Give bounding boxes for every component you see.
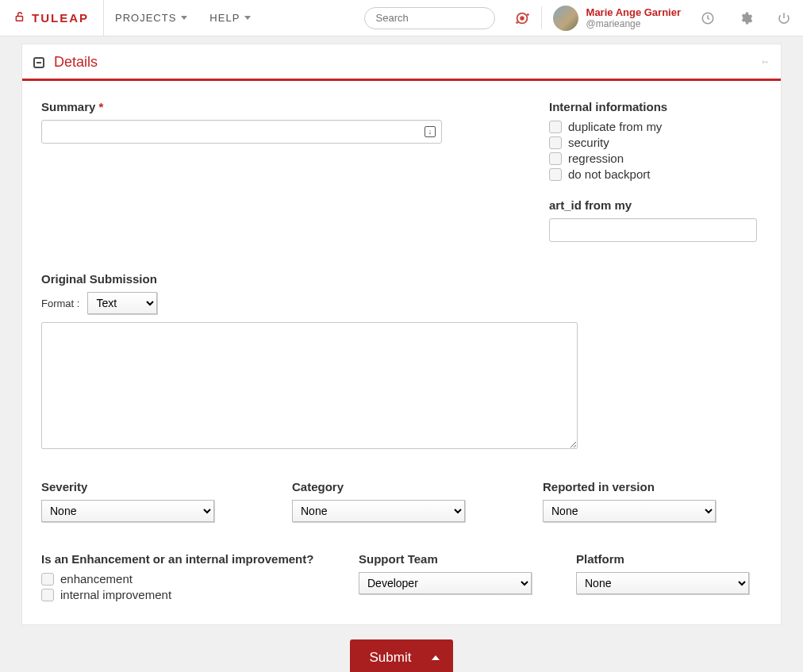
- original-submission-label: Original Submission: [41, 272, 762, 286]
- chk-enhancement[interactable]: enhancement: [41, 572, 327, 586]
- chk-label: security: [568, 136, 609, 149]
- svg-point-4: [516, 21, 518, 24]
- chk-duplicate[interactable]: duplicate from my: [549, 120, 762, 133]
- summary-input[interactable]: [41, 120, 442, 144]
- svg-point-3: [527, 13, 529, 16]
- checkbox-icon: [549, 136, 562, 149]
- nav-help-label: HELP: [209, 12, 240, 24]
- support-team-label: Support Team: [359, 552, 544, 566]
- summary-label: Summary*: [41, 100, 525, 113]
- chk-label: internal improvement: [60, 588, 171, 601]
- chk-label: do not backport: [568, 167, 650, 181]
- nav-projects[interactable]: PROJECTS: [104, 0, 198, 36]
- chk-internal-improvement[interactable]: internal improvement: [41, 588, 327, 601]
- chevron-down-icon: [244, 16, 251, 20]
- checkbox-icon: [41, 573, 54, 586]
- collapse-icon[interactable]: [33, 57, 44, 68]
- nav-help[interactable]: HELP: [198, 0, 262, 36]
- checkbox-icon: [549, 168, 562, 181]
- chk-label: enhancement: [60, 572, 133, 586]
- submit-label: Submit: [370, 650, 412, 666]
- user-name: Marie Ange Garnier: [586, 6, 681, 19]
- platform-label: Platform: [576, 552, 762, 566]
- checkbox-icon: [549, 121, 562, 133]
- autofill-icon[interactable]: [425, 126, 436, 137]
- original-submission-textarea[interactable]: [41, 322, 578, 449]
- checkbox-icon: [41, 589, 54, 601]
- severity-select[interactable]: None: [41, 500, 214, 522]
- chevron-down-icon: [181, 16, 187, 20]
- user-handle: @marieange: [586, 18, 681, 29]
- enhancement-label: Is an Enhancement or an internal improve…: [41, 552, 327, 566]
- power-icon[interactable]: [765, 0, 803, 36]
- chevron-up-icon: [432, 655, 440, 660]
- panel-title: Details: [54, 54, 98, 71]
- chk-label: regression: [568, 152, 624, 165]
- category-label: Category: [292, 480, 511, 493]
- art-id-label: art_id from my: [549, 198, 762, 212]
- format-select[interactable]: Text: [87, 292, 157, 314]
- platform-select[interactable]: None: [576, 572, 749, 594]
- details-panel: Details Summary* Internal: [21, 44, 782, 625]
- art-id-input[interactable]: [549, 218, 757, 242]
- unlock-icon: [14, 11, 25, 25]
- reported-select[interactable]: None: [543, 500, 716, 522]
- checkbox-icon: [549, 152, 562, 165]
- clock-icon[interactable]: [689, 0, 727, 36]
- tuleap-logo-icon[interactable]: [503, 0, 541, 36]
- support-team-select[interactable]: Developer: [359, 572, 532, 594]
- category-select[interactable]: None: [292, 500, 465, 522]
- reported-label: Reported in version: [543, 480, 762, 493]
- submit-button[interactable]: Submit: [350, 639, 453, 672]
- avatar: [553, 6, 578, 31]
- chk-regression[interactable]: regression: [549, 152, 762, 165]
- svg-point-2: [520, 16, 524, 21]
- chk-no-backport[interactable]: do not backport: [549, 167, 762, 181]
- brand[interactable]: TULEAP: [0, 0, 104, 36]
- severity-label: Severity: [41, 480, 260, 493]
- nav-projects-label: PROJECTS: [115, 12, 176, 24]
- format-label: Format :: [41, 298, 79, 309]
- search-input[interactable]: [364, 7, 495, 29]
- chk-label: duplicate from my: [568, 120, 662, 133]
- internal-info-label: Internal informations: [549, 100, 762, 113]
- user-menu[interactable]: Marie Ange Garnier @marieange: [542, 0, 689, 36]
- gear-icon[interactable]: [727, 0, 765, 36]
- svg-rect-0: [16, 16, 22, 21]
- pin-icon[interactable]: [759, 56, 770, 70]
- brand-text: TULEAP: [32, 11, 89, 25]
- chk-security[interactable]: security: [549, 136, 762, 149]
